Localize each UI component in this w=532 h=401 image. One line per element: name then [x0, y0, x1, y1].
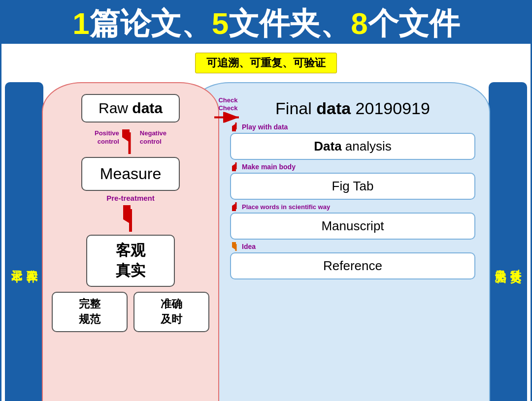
positive-control-label: Positivecontrol: [95, 129, 122, 146]
right-arrow-svg: [213, 112, 243, 123]
negative-control-label: Negativecontrol: [137, 129, 166, 146]
header-text1: 篇论文、: [90, 6, 212, 40]
keguan-box: 客观真实: [86, 235, 175, 287]
play-with-data-label: Play with data: [230, 123, 475, 131]
num3: 8: [351, 6, 367, 40]
box-zhunque: 准确及时: [133, 292, 209, 332]
right-oval: Final data 20190919 Play with data: [190, 82, 490, 401]
box-wanzheng: 完整规范: [52, 292, 128, 332]
measure-label: Measure: [100, 165, 162, 183]
bottom-boxes: 完整规范 准确及时: [52, 292, 209, 332]
header-text2: 文件夹、: [229, 6, 351, 40]
raw-data-box: Raw data: [81, 94, 180, 123]
check-arrow-container: CheckCheck: [213, 96, 243, 123]
left-oval: Raw data CheckCheck: [42, 82, 219, 401]
left-sidebar: 实验工作记录本: [11, 82, 37, 401]
arrow-down-svg-1: [232, 123, 240, 131]
place-words-label: Place words in scientific way: [230, 202, 475, 211]
main-area: 可追溯、可重复、可验证 实验工作记录本 Raw data: [1, 44, 531, 401]
pre-treatment-label: Pre-treatment: [106, 194, 155, 202]
diagram: 实验工作记录本 Raw data Che: [11, 82, 521, 401]
measure-box: Measure: [81, 157, 180, 191]
arrow-down-svg-3: [232, 202, 240, 211]
fig-tab-box: Fig Tab: [230, 173, 475, 200]
make-main-body-label: Make main body: [230, 162, 475, 171]
right-sidebar: 科技论文电子文档: [495, 82, 521, 401]
header: 1篇论文、5文件夹、8个文件: [1, 1, 531, 44]
idea-label: Idea: [230, 242, 475, 251]
up-arrow-svg-1: [122, 129, 137, 155]
num2: 5: [212, 6, 229, 40]
manuscript-box: Manuscript: [230, 213, 475, 240]
left-oval-inner: Raw data CheckCheck: [52, 94, 209, 332]
final-data-box: Final data 20190919: [230, 94, 475, 121]
control-row: Positivecontrol: [52, 129, 209, 155]
header-title: 1篇论文、5文件夹、8个文件: [1, 8, 531, 39]
right-oval-inner: Final data 20190919 Play with data: [230, 94, 475, 280]
arrow-down-svg-2: [232, 162, 240, 171]
arrow-up-svg-orange: [232, 242, 240, 251]
reference-box: Reference: [230, 252, 475, 279]
diagram-center: Raw data CheckCheck: [37, 82, 495, 401]
up-arrow-svg-2: [123, 205, 138, 233]
subtitle-badge: 可追溯、可重复、可验证: [195, 53, 337, 73]
header-text3: 个文件: [368, 6, 460, 40]
data-analysis-box: Data analysis: [230, 133, 475, 160]
num1: 1: [72, 6, 89, 40]
raw-data-label: Raw data: [99, 100, 163, 116]
page-wrapper: 1篇论文、5文件夹、8个文件 可追溯、可重复、可验证 实验工作记录本: [0, 0, 532, 401]
check-label: CheckCheck: [218, 96, 237, 112]
